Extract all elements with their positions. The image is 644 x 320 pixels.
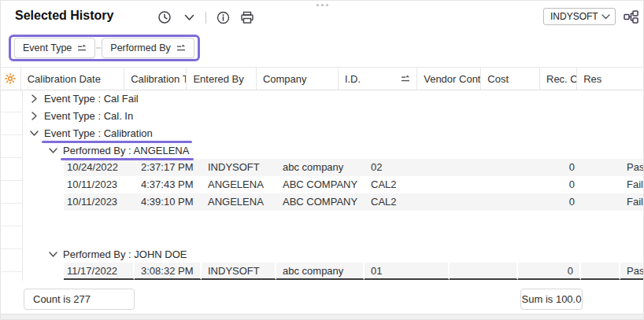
sort-icon <box>401 75 410 83</box>
table-row[interactable]: 10/11/2023 4:37:43 PM ANGELENA ABC COMPA… <box>64 176 643 193</box>
chip-connector <box>96 47 101 49</box>
hierarchy-icon[interactable] <box>623 9 638 24</box>
cell-result[interactable]: Passed <box>620 263 644 280</box>
col-header-rec-cost[interactable]: Rec. Co <box>540 68 577 90</box>
group-row-label: Performed By : JOHN DOE <box>63 248 187 260</box>
col-header-calibration-date[interactable]: Calibration Date <box>21 68 124 90</box>
cell-result[interactable]: Failed <box>620 193 644 211</box>
chevron-right-icon[interactable] <box>29 94 39 103</box>
group-row-john-doe[interactable]: Performed By : JOHN DOE <box>1 245 643 263</box>
group-row-label-annotated: Performed By : ANGELENA <box>63 145 189 156</box>
col-header-result[interactable]: Res <box>577 68 643 90</box>
group-row-calibration[interactable]: Event Type : Calibration <box>1 124 643 142</box>
selected-history-panel: Selected History INDYSOFT Event Type <box>0 0 644 320</box>
cell-vendor-contact[interactable] <box>450 193 518 211</box>
toolbar-divider <box>205 12 206 24</box>
col-header-entered-by[interactable]: Entered By <box>187 68 256 90</box>
group-row-label-annotated: Event Type : Calibration <box>44 127 153 139</box>
sort-icon <box>176 44 186 52</box>
company-select-value: INDYSOFT <box>550 11 598 22</box>
cell-result[interactable]: Failed <box>620 176 644 193</box>
cell-cost[interactable]: 0 <box>518 159 581 176</box>
cell-rec-cost[interactable] <box>581 176 620 193</box>
cell-entered-by[interactable]: INDYSOFT <box>202 263 276 280</box>
group-chip-event-type[interactable]: Event Type <box>14 38 95 58</box>
select-chevron-icon <box>601 14 610 20</box>
sun-icon <box>5 73 16 84</box>
cell-id[interactable]: 01 <box>365 263 450 280</box>
toolbar <box>157 9 255 26</box>
cell-calibration-time[interactable]: 4:37:43 PM <box>135 176 202 193</box>
cell-id[interactable]: 02 <box>365 159 450 176</box>
company-select[interactable]: INDYSOFT <box>543 8 616 25</box>
cell-vendor-contact[interactable] <box>450 159 518 176</box>
cell-company[interactable]: ABC COMPANY <box>276 193 365 211</box>
cell-rec-cost[interactable] <box>581 159 620 176</box>
info-icon[interactable] <box>215 9 231 25</box>
table-row[interactable]: 10/11/2023 4:39:10 PM ANGELENA ABC COMPA… <box>64 193 643 211</box>
sum-summary-text: Sum is 100.0 <box>522 293 582 305</box>
cell-vendor-contact[interactable] <box>450 176 518 193</box>
cell-calibration-date[interactable]: 10/11/2023 <box>64 176 135 193</box>
cell-vendor-contact[interactable] <box>450 263 518 280</box>
col-header-cost[interactable]: Cost <box>481 68 540 90</box>
cell-calibration-time[interactable]: 2:37:17 PM <box>135 159 202 176</box>
chevron-down-icon[interactable] <box>48 249 57 259</box>
cell-entered-by[interactable]: INDYSOFT <box>202 159 276 176</box>
right-controls: INDYSOFT <box>543 8 638 25</box>
group-chip-performed-by[interactable]: Performed By <box>102 38 194 58</box>
cell-calibration-time[interactable]: 3:08:32 PM <box>135 263 202 280</box>
col-header-company[interactable]: Company <box>257 68 339 90</box>
count-summary-text: Count is 277 <box>33 293 91 305</box>
cell-entered-by[interactable]: ANGELENA <box>202 176 276 193</box>
cell-calibration-date[interactable]: 11/17/2022 <box>64 263 135 280</box>
sum-summary: Sum is 100.0 <box>520 289 583 310</box>
group-row-cal-in[interactable]: Event Type : Cal. In <box>1 107 643 124</box>
group-row-label: Event Type : Cal. In <box>44 110 133 122</box>
chevron-down-icon[interactable] <box>29 128 39 138</box>
sort-icon <box>77 44 87 52</box>
col-header-calibration-time[interactable]: Calibration Ti <box>124 68 187 90</box>
cell-company[interactable]: abc company <box>276 263 365 280</box>
overflow-dots-icon[interactable] <box>316 4 328 6</box>
group-chip-label: Event Type <box>23 42 72 53</box>
group-gap <box>1 211 643 245</box>
cell-id[interactable]: CAL2 <box>365 176 450 193</box>
cell-calibration-date[interactable]: 10/24/2022 <box>64 159 135 176</box>
cell-calibration-date[interactable]: 10/11/2023 <box>64 193 135 211</box>
group-row-label: Event Type : Cal Fail <box>44 93 139 105</box>
bottom-strip <box>1 314 643 319</box>
chevron-down-icon[interactable] <box>48 145 57 155</box>
column-chooser-header[interactable] <box>1 68 21 90</box>
cell-rec-cost[interactable] <box>581 193 620 211</box>
group-chip-label: Performed By <box>110 42 170 53</box>
grid-body: Event Type : Cal Fail Event Type : Cal. … <box>1 90 643 280</box>
cell-company[interactable]: abc company <box>276 159 365 176</box>
table-row[interactable]: 10/24/2022 2:37:17 PM INDYSOFT abc compa… <box>64 159 643 176</box>
cell-cost[interactable]: 0 <box>518 263 581 280</box>
cell-company[interactable]: ABC COMPANY <box>276 176 365 193</box>
cell-cost[interactable]: 0 <box>518 193 581 211</box>
chevron-down-icon[interactable] <box>181 9 197 25</box>
page-title: Selected History <box>15 9 113 23</box>
col-header-id[interactable]: I.D. <box>339 68 417 90</box>
group-by-panel-annotation: Event Type Performed By <box>9 35 200 61</box>
cell-result[interactable]: Passed <box>620 159 644 176</box>
cell-entered-by[interactable]: ANGELENA <box>202 193 276 211</box>
count-summary: Count is 277 <box>24 289 135 310</box>
grid-header: Calibration Date Calibration Ti Entered … <box>1 67 643 90</box>
cell-rec-cost[interactable] <box>581 263 620 280</box>
group-row-cal-fail[interactable]: Event Type : Cal Fail <box>1 90 643 107</box>
group-row-angelena[interactable]: Performed By : ANGELENA <box>1 142 643 159</box>
cell-cost[interactable]: 0 <box>518 176 581 193</box>
table-row[interactable]: 11/17/2022 3:08:32 PM INDYSOFT abc compa… <box>64 263 643 280</box>
print-icon[interactable] <box>239 9 255 25</box>
cell-calibration-time[interactable]: 4:39:10 PM <box>135 193 202 211</box>
clock-icon[interactable] <box>157 9 172 25</box>
cell-id[interactable]: CAL2 <box>365 193 450 211</box>
chevron-right-icon[interactable] <box>29 111 39 120</box>
col-header-vendor-contact[interactable]: Vendor Conta <box>417 68 481 90</box>
